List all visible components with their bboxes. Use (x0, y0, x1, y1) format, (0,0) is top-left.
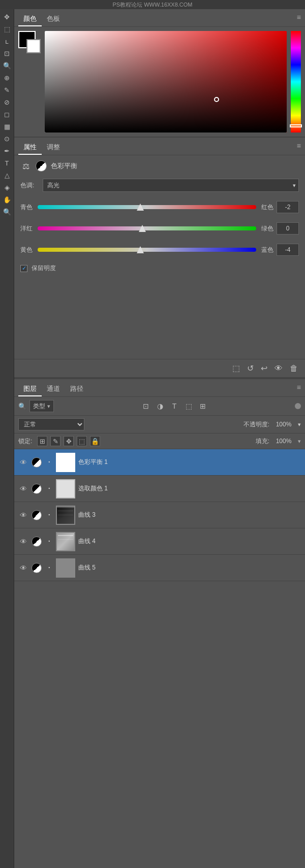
preserve-luminosity-checkbox[interactable] (20, 265, 27, 272)
filter-adjustment-icon[interactable]: ◑ (155, 401, 165, 411)
filter-active-indicator (295, 403, 301, 409)
layer-name: 曲线 4 (78, 537, 301, 546)
magenta-green-value[interactable]: 0 (277, 222, 299, 235)
layer-visibility-icon[interactable]: 👁 (18, 564, 28, 572)
tab-properties[interactable]: 属性 (18, 141, 42, 155)
visibility-toggle-icon[interactable]: 👁 (274, 364, 283, 373)
gradient-field[interactable] (45, 31, 287, 132)
tone-select[interactable]: 高光 中间调 阴影 (43, 179, 299, 192)
clip-to-layer-icon[interactable]: ⬚ (232, 363, 240, 373)
yellow-blue-value[interactable]: -4 (277, 244, 299, 256)
layer-visibility-icon[interactable]: 👁 (18, 485, 28, 493)
layer-row[interactable]: 👁 ⦁ 选取颜色 1 (14, 476, 305, 502)
layer-filter-dropdown[interactable]: 类型 ▾ (29, 400, 54, 412)
background-color[interactable] (26, 39, 41, 53)
filter-smart-icon[interactable]: ⊞ (198, 401, 208, 411)
lock-paint-icon[interactable]: ✎ (50, 436, 60, 446)
tool-heal[interactable]: ⊕ (2, 72, 13, 83)
filter-pixel-icon[interactable]: ⊡ (141, 401, 151, 411)
layer-clip-icon: ⦁ (45, 486, 53, 491)
magenta-green-slider[interactable] (38, 221, 256, 236)
cyan-label: 青色 (20, 203, 35, 212)
green-label: 绿色 (259, 224, 273, 233)
tool-marquee[interactable]: ⬚ (2, 23, 13, 35)
delete-icon[interactable]: 🗑 (290, 364, 298, 373)
filter-text-icon[interactable]: T (169, 401, 179, 411)
properties-panel-menu-icon[interactable]: ≡ (297, 142, 301, 150)
hue-strip[interactable] (291, 31, 301, 132)
layer-thumbnail (56, 506, 75, 525)
tool-text[interactable]: T (2, 157, 13, 169)
fill-value[interactable]: 100% (271, 438, 296, 445)
lock-pixels-icon[interactable]: ⊞ (37, 436, 47, 446)
layer-adjustment-circle (32, 484, 42, 494)
layer-name: 色彩平衡 1 (78, 458, 301, 466)
blend-mode-select[interactable]: 正常 (18, 418, 84, 430)
filter-shape-icon[interactable]: ⬚ (184, 401, 194, 411)
layer-visibility-icon[interactable]: 👁 (18, 538, 28, 546)
magenta-label: 洋红 (20, 224, 35, 233)
fill-dropdown-arrow-icon[interactable]: ▾ (298, 438, 301, 445)
tool-dodge[interactable]: ⊙ (2, 133, 13, 144)
fg-bg-swatch-area (18, 31, 41, 55)
layer-row[interactable]: 👁 ⦁ 曲线 5 (14, 555, 305, 581)
cyan-red-value[interactable]: -2 (277, 201, 299, 213)
tab-layers[interactable]: 图层 (18, 382, 42, 396)
tool-shape[interactable]: △ (2, 170, 13, 181)
color-gradient-picker[interactable] (45, 31, 287, 132)
watermark-bar: PS教程论坛 WWW.16XX8.COM (0, 0, 305, 9)
tool-3d[interactable]: ◈ (2, 182, 13, 193)
layer-row[interactable]: 👁 ⦁ 曲线 4 (14, 528, 305, 555)
tool-gradient[interactable]: ▦ (2, 121, 13, 132)
tool-hand[interactable]: ✋ (2, 194, 13, 205)
opacity-dropdown-arrow-icon[interactable]: ▾ (298, 421, 301, 428)
props-title: 色彩平衡 (51, 161, 77, 171)
tool-clone[interactable]: ⊘ (2, 96, 13, 108)
layer-visibility-icon[interactable]: 👁 (18, 458, 28, 466)
tool-move[interactable]: ✥ (2, 11, 13, 22)
cyan-red-slider[interactable] (38, 200, 256, 214)
hue-cursor (290, 124, 302, 127)
tab-adjustments[interactable]: 调整 (42, 141, 65, 155)
tool-lasso[interactable]: ʟ (2, 36, 13, 47)
tab-color[interactable]: 颜色 (18, 12, 42, 26)
tone-select-wrapper[interactable]: 高光 中间调 阴影 ▾ (43, 179, 299, 192)
tool-zoom[interactable]: 🔍 (2, 206, 13, 217)
lock-artboard-icon[interactable]: ⬚ (77, 436, 87, 446)
magenta-green-track (38, 226, 256, 230)
layer-adjustment-circle (32, 563, 42, 573)
yellow-blue-slider[interactable] (38, 243, 256, 257)
reset-icon[interactable]: ↩ (261, 363, 267, 373)
tool-eraser[interactable]: ◻ (2, 109, 13, 120)
tool-brush[interactable]: ✎ (2, 84, 13, 95)
layer-adjustment-circle (32, 510, 42, 520)
layer-row[interactable]: 👁 ⦁ 曲线 3 (14, 502, 305, 528)
fg-bg-preview[interactable] (18, 31, 41, 53)
filter-icons-row: ⊡ ◑ T ⬚ ⊞ (141, 401, 208, 411)
tab-paths[interactable]: 路径 (65, 382, 88, 396)
lock-row: 锁定: ⊞ ✎ ✥ ⬚ 🔒 填充: 100% ▾ (14, 433, 305, 449)
color-panel-menu-icon[interactable]: ≡ (297, 13, 301, 21)
opacity-row: 不透明度: 100% ▾ (243, 420, 301, 429)
opacity-value[interactable]: 100% (271, 421, 296, 428)
tool-crop[interactable]: ⊡ (2, 48, 13, 59)
layers-panel-menu-icon[interactable]: ≡ (297, 383, 301, 391)
lock-move-icon[interactable]: ✥ (64, 436, 74, 446)
search-icon: 🔍 (18, 403, 26, 410)
tool-pen[interactable]: ✒ (2, 145, 13, 156)
yellow-blue-slider-row: 黄色 蓝色 -4 (20, 243, 299, 257)
preserve-luminosity-row: 保留明度 (20, 264, 299, 273)
yellow-blue-track (38, 248, 256, 252)
tool-eyedropper[interactable]: 🔍 (2, 60, 13, 71)
color-panel-tabs: 颜色 色板 ≡ (14, 9, 305, 27)
tab-channels[interactable]: 通道 (42, 382, 65, 396)
red-label: 红色 (259, 203, 273, 212)
tone-row: 色调: 高光 中间调 阴影 ▾ (20, 179, 299, 192)
lock-all-icon[interactable]: 🔒 (90, 436, 100, 446)
previous-state-icon[interactable]: ↺ (247, 363, 254, 373)
layer-thumbnail (56, 453, 75, 472)
left-toolbar: ✥ ⬚ ʟ ⊡ 🔍 ⊕ ✎ ⊘ ◻ ▦ ⊙ ✒ T △ ◈ ✋ 🔍 (0, 9, 14, 868)
tab-swatches[interactable]: 色板 (42, 12, 65, 26)
layer-visibility-icon[interactable]: 👁 (18, 511, 28, 519)
layer-row[interactable]: 👁 ⦁ 色彩平衡 1 (14, 449, 305, 476)
